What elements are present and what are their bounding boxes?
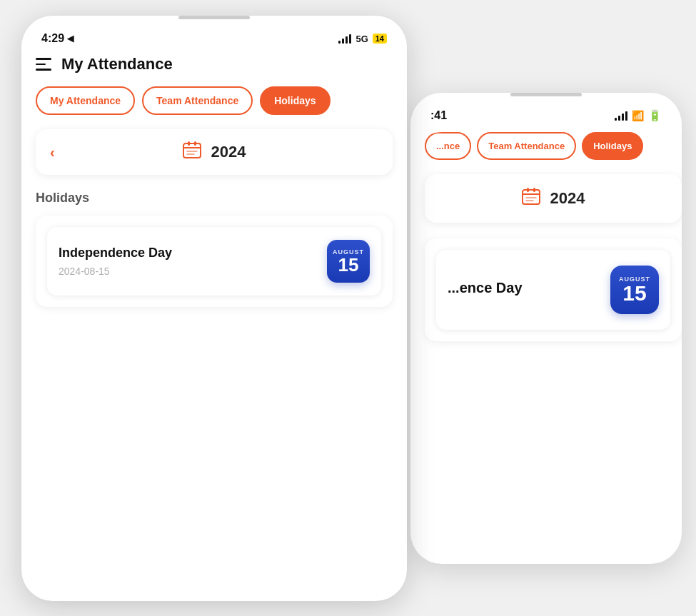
front-phone: 4:29 ◀ 5G 14 My Attendance M bbox=[21, 16, 407, 601]
svg-rect-3 bbox=[194, 141, 196, 146]
calendar-icon bbox=[183, 141, 201, 163]
back-holiday-calendar-icon: AUGUST 15 bbox=[610, 266, 659, 314]
page-title: My Attendance bbox=[61, 55, 173, 74]
signal-icon bbox=[338, 34, 351, 44]
year-back-button[interactable]: ‹ bbox=[50, 144, 55, 161]
back-holiday-info: ...ence Day bbox=[448, 280, 523, 301]
section-title: Holidays bbox=[36, 191, 393, 206]
back-cal-day: 15 bbox=[622, 283, 646, 304]
svg-rect-0 bbox=[183, 143, 201, 158]
svg-rect-2 bbox=[188, 141, 190, 146]
back-status-icons: 📶 🔋 bbox=[615, 109, 662, 122]
back-year-display: 2024 bbox=[550, 189, 585, 208]
year-selector: ‹ 2024 bbox=[36, 129, 393, 175]
svg-rect-8 bbox=[527, 188, 529, 192]
status-bar: 4:29 ◀ 5G 14 bbox=[21, 22, 407, 49]
notch-bar bbox=[21, 16, 407, 19]
back-tab-holidays[interactable]: Holidays bbox=[582, 132, 643, 160]
notch bbox=[178, 16, 250, 19]
back-signal-icon bbox=[615, 111, 627, 121]
back-holidays-container: ...ence Day AUGUST 15 bbox=[425, 238, 682, 341]
tab-team-attendance[interactable]: Team Attendance bbox=[142, 86, 253, 115]
back-holiday-card: ...ence Day AUGUST 15 bbox=[436, 250, 670, 330]
status-time: 4:29 ◀ bbox=[41, 32, 74, 45]
holidays-container: Independence Day 2024-08-15 AUGUST 15 bbox=[36, 216, 393, 307]
year-display: 2024 bbox=[211, 143, 246, 161]
back-wifi-icon: 📶 bbox=[632, 110, 644, 121]
back-phone: :41 📶 🔋 ...nce Team Attendance Holidays bbox=[410, 93, 682, 564]
back-battery-icon: 🔋 bbox=[648, 109, 662, 122]
tab-my-attendance[interactable]: My Attendance bbox=[36, 86, 135, 115]
holiday-name: Independence Day bbox=[59, 246, 172, 261]
back-year-selector: 2024 bbox=[425, 174, 682, 223]
status-icons: 5G 14 bbox=[338, 34, 387, 44]
svg-rect-6 bbox=[523, 190, 540, 204]
back-status-bar: :41 📶 🔋 bbox=[410, 99, 682, 126]
battery-badge: 14 bbox=[373, 34, 387, 44]
back-holiday-name: ...ence Day bbox=[448, 280, 523, 296]
back-tab-team[interactable]: Team Attendance bbox=[477, 132, 576, 160]
back-status-time: :41 bbox=[430, 109, 447, 122]
holiday-card: Independence Day 2024-08-15 AUGUST 15 bbox=[47, 227, 381, 296]
back-cal-month: AUGUST bbox=[619, 276, 650, 283]
app-content: My Attendance My Attendance Team Attenda… bbox=[21, 49, 407, 307]
back-notch-bar bbox=[410, 93, 682, 96]
svg-rect-9 bbox=[533, 188, 535, 192]
back-tab-attendance[interactable]: ...nce bbox=[425, 132, 471, 160]
cal-month: AUGUST bbox=[333, 248, 364, 256]
header: My Attendance bbox=[36, 49, 393, 86]
holiday-date: 2024-08-15 bbox=[59, 266, 110, 277]
cal-day: 15 bbox=[338, 256, 359, 274]
back-calendar-icon bbox=[522, 187, 540, 210]
tab-holidays[interactable]: Holidays bbox=[260, 86, 330, 115]
menu-button[interactable] bbox=[36, 58, 51, 71]
back-notch bbox=[510, 93, 582, 96]
back-app-content: ...nce Team Attendance Holidays 2024 bbox=[410, 132, 682, 564]
tabs: My Attendance Team Attendance Holidays bbox=[36, 86, 393, 115]
holiday-calendar-icon: AUGUST 15 bbox=[327, 240, 370, 283]
back-tabs: ...nce Team Attendance Holidays bbox=[425, 132, 682, 160]
location-icon: ◀ bbox=[67, 34, 74, 44]
network-label: 5G bbox=[355, 34, 368, 44]
holiday-info: Independence Day 2024-08-15 bbox=[59, 246, 172, 278]
